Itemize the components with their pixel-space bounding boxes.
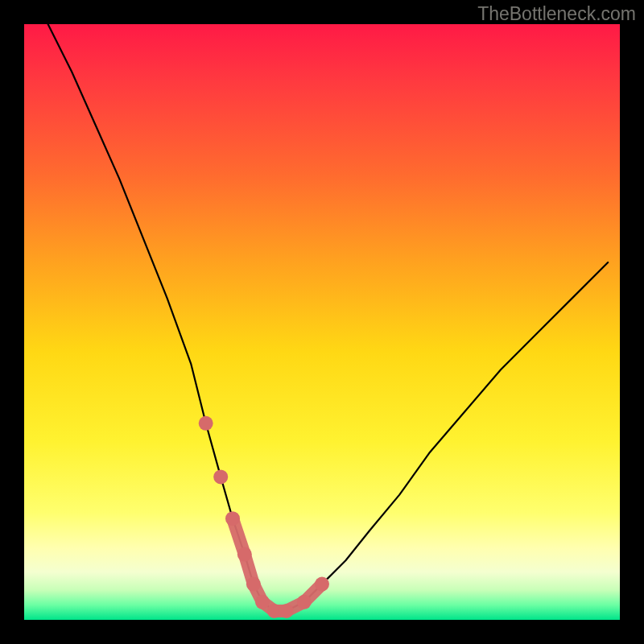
chart-frame: TheBottleneck.com <box>0 0 644 644</box>
svg-point-5 <box>255 595 270 609</box>
svg-point-0 <box>199 416 213 431</box>
watermark-text: TheBottleneck.com <box>477 3 636 25</box>
chart-svg <box>24 24 620 620</box>
svg-point-9 <box>315 577 329 592</box>
svg-point-4 <box>246 577 261 592</box>
svg-point-7 <box>279 604 294 618</box>
svg-point-1 <box>213 469 228 484</box>
svg-point-3 <box>237 547 252 562</box>
svg-point-8 <box>297 595 312 609</box>
plot-area <box>24 24 620 620</box>
svg-point-2 <box>225 511 240 526</box>
gradient-background <box>24 24 620 620</box>
